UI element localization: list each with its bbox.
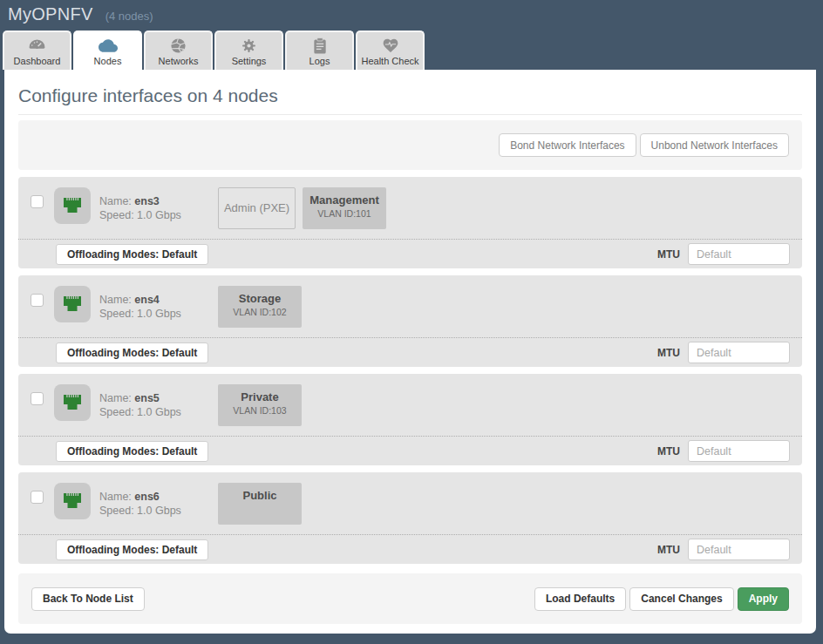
- mtu-input[interactable]: [688, 342, 790, 363]
- interface-meta: Name: ens3 Speed: 1.0 Gbps: [99, 194, 218, 222]
- network-name: Private: [218, 390, 302, 403]
- network-box-management[interactable]: Management VLAN ID:101: [303, 187, 386, 229]
- mtu-group: MTU: [657, 243, 790, 265]
- interface-meta: Name: ens6 Speed: 1.0 Gbps: [99, 490, 218, 518]
- content-area: Configure interfaces on 4 nodes Bond Net…: [4, 70, 816, 634]
- network-vlan: VLAN ID:102: [218, 307, 302, 317]
- tab-dashboard-label: Dashboard: [14, 56, 61, 66]
- interface-row: Name: ens3 Speed: 1.0 Gbps Admin (PXE) M…: [18, 177, 802, 239]
- network-box-public[interactable]: Public: [218, 483, 302, 525]
- interface-row: Name: ens6 Speed: 1.0 Gbps Public: [18, 472, 802, 534]
- interface-name: ens3: [134, 195, 160, 207]
- mtu-label: MTU: [657, 544, 680, 556]
- interface-settings-row: Offloading Modes: Default MTU: [18, 239, 802, 268]
- speed-label: Speed:: [99, 406, 134, 418]
- network-box-storage[interactable]: Storage VLAN ID:102: [218, 286, 302, 328]
- name-label: Name:: [99, 491, 132, 503]
- interface-panel-ens5: Name: ens5 Speed: 1.0 Gbps Private VLAN …: [18, 374, 802, 465]
- network-vlan: VLAN ID:101: [303, 208, 386, 219]
- load-defaults-button[interactable]: Load Defaults: [534, 587, 626, 611]
- tab-settings[interactable]: Settings: [214, 31, 283, 70]
- interface-checkbox-ens5[interactable]: [31, 392, 44, 405]
- footer-right-actions: Load Defaults Cancel Changes Apply: [531, 587, 789, 611]
- action-footer: Back To Node List Load Defaults Cancel C…: [18, 573, 802, 624]
- ethernet-port-icon: [54, 187, 91, 224]
- tab-health-check[interactable]: Health Check: [356, 31, 425, 70]
- interface-settings-row: Offloading Modes: Default MTU: [18, 436, 802, 465]
- name-label: Name:: [99, 195, 132, 207]
- unbond-interfaces-button[interactable]: Unbond Network Interfaces: [640, 133, 789, 157]
- interface-checkbox-ens3[interactable]: [31, 195, 44, 208]
- globe-icon: [170, 36, 187, 55]
- interface-speed: 1.0 Gbps: [137, 505, 181, 517]
- mtu-label: MTU: [657, 248, 680, 261]
- app-title: MyOPNFV: [8, 4, 93, 24]
- bond-toolbar: Bond Network Interfaces Unbond Network I…: [18, 120, 802, 170]
- back-to-node-list-button[interactable]: Back To Node List: [31, 587, 145, 611]
- ethernet-port-icon: [54, 384, 91, 421]
- tab-health-check-label: Health Check: [361, 56, 418, 66]
- node-count-badge: (4 nodes): [105, 10, 153, 23]
- heart-pulse-icon: [382, 36, 399, 55]
- mtu-input[interactable]: [688, 440, 790, 462]
- assigned-networks: Storage VLAN ID:102: [218, 286, 309, 328]
- interface-name: ens4: [134, 294, 160, 306]
- interface-speed: 1.0 Gbps: [137, 209, 181, 221]
- interface-name: ens5: [134, 392, 160, 404]
- name-label: Name:: [99, 294, 132, 306]
- mtu-group: MTU: [657, 539, 790, 560]
- interface-name: ens6: [134, 491, 160, 503]
- mtu-group: MTU: [657, 440, 790, 462]
- interface-panel-ens3: Name: ens3 Speed: 1.0 Gbps Admin (PXE) M…: [18, 177, 802, 268]
- ethernet-port-icon: [54, 483, 91, 519]
- tab-networks[interactable]: Networks: [144, 31, 213, 70]
- top-header-bar: MyOPNFV (4 nodes): [0, 0, 823, 29]
- mtu-label: MTU: [657, 445, 680, 458]
- network-name: Management: [303, 193, 386, 207]
- tab-nodes[interactable]: Nodes: [73, 31, 142, 70]
- interface-row: Name: ens4 Speed: 1.0 Gbps Storage VLAN …: [18, 275, 802, 337]
- interface-meta: Name: ens5 Speed: 1.0 Gbps: [99, 391, 218, 419]
- speed-label: Speed:: [99, 209, 134, 221]
- bond-interfaces-button[interactable]: Bond Network Interfaces: [499, 133, 636, 157]
- network-vlan: VLAN ID:103: [218, 405, 302, 416]
- tab-logs-label: Logs: [309, 56, 330, 66]
- page-title: Configure interfaces on 4 nodes: [18, 85, 802, 115]
- network-name: Public: [218, 489, 302, 502]
- interface-meta: Name: ens4 Speed: 1.0 Gbps: [99, 293, 218, 321]
- interface-settings-row: Offloading Modes: Default MTU: [18, 534, 802, 564]
- speed-label: Speed:: [99, 505, 134, 517]
- ethernet-port-icon: [54, 286, 91, 322]
- offloading-modes-button[interactable]: Offloading Modes: Default: [56, 342, 208, 363]
- interface-panel-ens6: Name: ens6 Speed: 1.0 Gbps Public Offloa…: [18, 472, 802, 564]
- tab-settings-label: Settings: [232, 56, 267, 66]
- cloud-icon: [99, 36, 118, 55]
- cancel-changes-button[interactable]: Cancel Changes: [629, 587, 733, 611]
- mtu-input[interactable]: [688, 539, 790, 560]
- interface-speed: 1.0 Gbps: [137, 308, 181, 320]
- gear-icon: [241, 36, 257, 55]
- interface-settings-row: Offloading Modes: Default MTU: [18, 337, 802, 367]
- interface-panel-ens4: Name: ens4 Speed: 1.0 Gbps Storage VLAN …: [18, 275, 802, 367]
- interface-checkbox-ens4[interactable]: [31, 294, 44, 307]
- apply-button[interactable]: Apply: [738, 587, 789, 611]
- main-tab-bar: Dashboard Nodes Networks: [0, 29, 823, 70]
- tab-logs[interactable]: Logs: [285, 31, 354, 70]
- mtu-group: MTU: [657, 342, 790, 363]
- network-box-admin-pxe[interactable]: Admin (PXE): [218, 187, 296, 229]
- interface-checkbox-ens6[interactable]: [31, 491, 44, 504]
- mtu-input[interactable]: [688, 243, 790, 265]
- speed-label: Speed:: [99, 308, 134, 320]
- offloading-modes-button[interactable]: Offloading Modes: Default: [56, 539, 208, 560]
- assigned-networks: Public: [218, 483, 309, 525]
- assigned-networks: Private VLAN ID:103: [218, 384, 309, 426]
- name-label: Name:: [99, 392, 132, 404]
- tab-dashboard[interactable]: Dashboard: [3, 31, 71, 70]
- gauge-icon: [28, 36, 46, 55]
- network-box-private[interactable]: Private VLAN ID:103: [218, 384, 302, 426]
- offloading-modes-button[interactable]: Offloading Modes: Default: [56, 441, 208, 462]
- mtu-label: MTU: [657, 347, 680, 359]
- network-name: Storage: [218, 292, 302, 305]
- tab-networks-label: Networks: [159, 56, 199, 66]
- offloading-modes-button[interactable]: Offloading Modes: Default: [56, 244, 208, 265]
